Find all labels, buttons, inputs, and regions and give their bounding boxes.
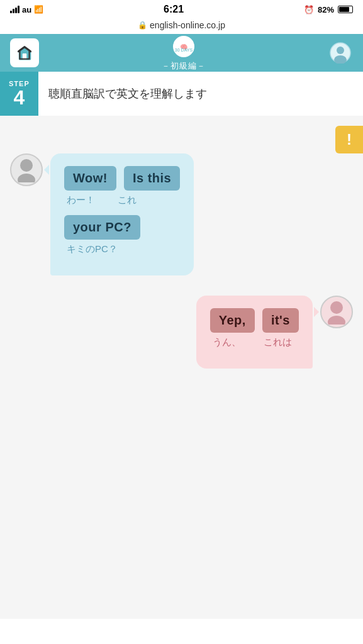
word-row-1: Wow! Is this (64, 166, 180, 191)
nav-subtitle: －初級編－ (162, 60, 206, 72)
brain-icon: 🧠 30 DAYS (171, 34, 196, 59)
left-bubble-row: Wow! Is this わー！ これ your PC? キミのPC？ (10, 153, 353, 275)
left-bubble: Wow! Is this わー！ これ your PC? キミのPC？ (50, 153, 194, 275)
svg-point-9 (330, 301, 343, 314)
word-section-2: your PC? キミのPC？ (64, 215, 180, 255)
step-number-box: STEP 4 (0, 72, 38, 116)
avatar-right-icon (325, 299, 348, 325)
battery-percent: 82% (318, 5, 334, 14)
right-bubble: Yep, it's うん、 これは (196, 296, 313, 369)
home-icon (16, 45, 33, 61)
right-bubble-row: Yep, it's うん、 これは (10, 296, 353, 369)
translation-wow: わー！ (64, 194, 98, 206)
word-section-right-1: Yep, it's うん、 これは (210, 308, 299, 348)
brand-logo: 🧠 30 DAYS (171, 34, 196, 59)
carrier-label: au (22, 5, 31, 14)
translation-row-1: わー！ これ (64, 194, 180, 206)
translation-row-right-1: うん、 これは (210, 336, 299, 348)
avatar-right (320, 296, 353, 328)
nav-center: 🧠 30 DAYS －初級編－ (162, 34, 206, 72)
nav-header: 🧠 30 DAYS －初級編－ (0, 34, 363, 72)
word-chip-yourpc: your PC? (64, 215, 140, 240)
time-display: 6:21 (164, 4, 184, 15)
translation-yourpc: キミのPC？ (64, 243, 120, 255)
word-chip-wow: Wow! (64, 166, 116, 191)
svg-point-5 (337, 47, 344, 54)
step-header: STEP 4 聴順直脳訳で英文を理解します (0, 72, 363, 116)
word-chip-isthis: Is this (124, 166, 180, 191)
svg-text:30 DAYS: 30 DAYS (174, 48, 193, 52)
url-text: english-online.co.jp (150, 20, 225, 30)
step-number: 4 (13, 87, 25, 108)
signal-icon (10, 6, 20, 13)
word-row-2: your PC? (64, 215, 180, 240)
svg-point-10 (328, 316, 345, 325)
word-chip-its: it's (262, 308, 299, 333)
battery-icon (338, 6, 353, 13)
avatar-left (10, 153, 43, 186)
wifi-icon: 📶 (34, 5, 43, 14)
translation-row-2: キミのPC？ (64, 243, 180, 255)
step-description: 聴順直脳訳で英文を理解します (38, 72, 363, 116)
avatar-left-icon (15, 157, 38, 182)
status-left: au 📶 (10, 5, 43, 14)
user-button[interactable] (328, 40, 353, 65)
lock-icon: 🔒 (138, 21, 147, 30)
url-bar[interactable]: 🔒 english-online.co.jp (0, 18, 363, 34)
translation-yep: うん、 (210, 336, 243, 348)
chat-area: Wow! Is this わー！ これ your PC? キミのPC？ (10, 128, 353, 369)
user-icon (330, 42, 351, 64)
home-button[interactable] (10, 38, 39, 67)
translation-isthis: これ (115, 194, 139, 206)
word-section-1: Wow! Is this わー！ これ (64, 166, 180, 206)
warning-button[interactable]: ! (335, 126, 363, 153)
alarm-icon: ⏰ (304, 5, 314, 14)
status-right: ⏰ 82% (304, 5, 353, 14)
main-content: ! Wow! Is this わー！ これ (0, 116, 363, 619)
translation-its: これは (261, 336, 294, 348)
word-row-right-1: Yep, it's (210, 308, 299, 333)
status-bar: au 📶 6:21 ⏰ 82% (0, 0, 363, 18)
svg-point-7 (20, 159, 33, 172)
svg-point-8 (18, 174, 35, 182)
word-chip-yep: Yep, (210, 308, 255, 333)
warning-icon: ! (347, 131, 352, 148)
